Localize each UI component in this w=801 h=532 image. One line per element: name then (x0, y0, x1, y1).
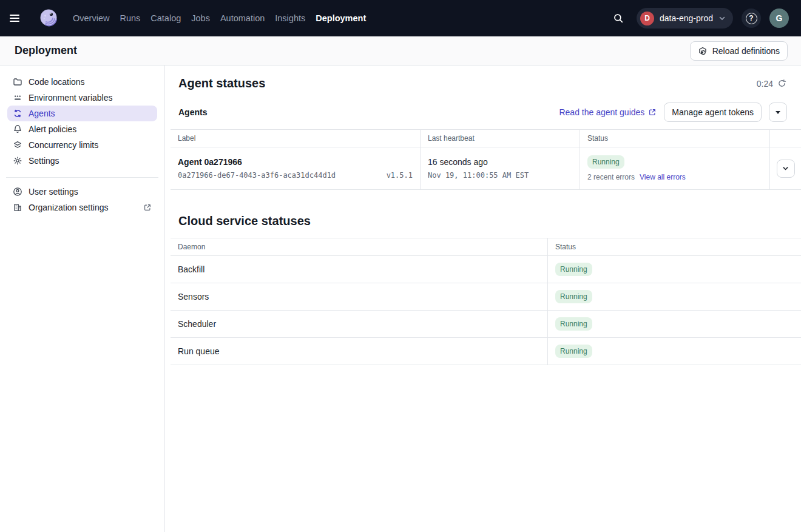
cloud-table-header: Daemon Status (171, 238, 801, 256)
nav-item-jobs[interactable]: Jobs (191, 13, 210, 23)
sidebar-item-concurrency-limits[interactable]: Concurrency limits (7, 137, 157, 153)
sidebar-item-code-locations[interactable]: Code locations (7, 74, 157, 90)
external-link-icon (143, 203, 152, 212)
hamburger-menu-icon[interactable] (10, 10, 27, 27)
external-link-icon (648, 108, 657, 116)
layers-icon (13, 140, 22, 150)
agent-version: v1.5.1 (387, 171, 413, 180)
deployment-scope-label: data-eng-prod (660, 13, 713, 23)
deployment-initial-badge: D (640, 12, 654, 25)
daemon-name: Run queue (178, 346, 220, 356)
sidebar-item-alert-policies[interactable]: Alert policies (7, 121, 157, 137)
agent-tokens-menu-button[interactable] (769, 103, 787, 122)
nav-item-insights[interactable]: Insights (275, 13, 305, 23)
col-header-status: Status (580, 130, 769, 147)
dagster-logo-icon[interactable] (38, 7, 59, 29)
caret-down-icon (776, 111, 780, 114)
col-header-last-heartbeat: Last heartbeat (420, 130, 580, 147)
agents-table: Label Last heartbeat Status Agent 0a2719… (171, 129, 801, 190)
daemon-row-run-queue: Run queue Running (171, 338, 801, 365)
sidebar-item-user-settings[interactable]: User settings (7, 184, 157, 200)
daemon-name: Scheduler (178, 319, 216, 329)
manage-agent-tokens-button[interactable]: Manage agent tokens (664, 103, 762, 122)
nav-item-deployment[interactable]: Deployment (316, 13, 366, 23)
sidebar-divider (6, 177, 158, 178)
cloud-service-statuses-title: Cloud service statuses (178, 214, 801, 228)
daemon-row-sensors: Sensors Running (171, 283, 801, 311)
agents-table-header: Label Last heartbeat Status (171, 129, 801, 147)
help-icon[interactable]: ? (742, 8, 761, 28)
user-icon (13, 187, 22, 197)
bell-icon (13, 124, 22, 134)
agent-row-expand-button[interactable] (777, 160, 795, 178)
sidebar-item-agents[interactable]: Agents (7, 106, 157, 121)
search-icon[interactable] (609, 8, 628, 28)
view-all-errors-link[interactable]: View all errors (640, 173, 686, 181)
gear-icon (13, 156, 22, 166)
refresh-icon[interactable] (777, 79, 786, 88)
nav-item-catalog[interactable]: Catalog (150, 13, 181, 23)
reload-definitions-button[interactable]: Reload definitions (690, 41, 788, 61)
nav-item-runs[interactable]: Runs (120, 13, 140, 23)
col-header-empty (769, 130, 801, 147)
daemon-row-backfill: Backfill Running (171, 256, 801, 283)
folder-icon (13, 77, 22, 87)
daemon-status-badge: Running (555, 317, 592, 331)
heartbeat-timestamp: Nov 19, 11:00:55 AM EST (428, 171, 572, 180)
recent-errors-count: 2 recent errors (587, 173, 635, 181)
agent-row: Agent 0a271966 0a271966-de67-4043-a3f6-a… (171, 147, 801, 190)
user-avatar[interactable]: G (769, 8, 789, 28)
nav-item-automation[interactable]: Automation (220, 13, 265, 23)
heartbeat-relative: 16 seconds ago (428, 157, 572, 167)
top-nav: Overview Runs Catalog Jobs Automation In… (0, 0, 801, 36)
agent-statuses-title: Agent statuses (178, 76, 265, 90)
col-header-label: Label (171, 130, 420, 147)
main-content: Agent statuses 0:24 Agents Read the agen… (165, 66, 801, 532)
sidebar-item-organization-settings[interactable]: Organization settings (7, 200, 157, 215)
agent-uuid: 0a271966-de67-4043-a3f6-aca31dc44d1d (178, 171, 336, 180)
page-header: Deployment Reload definitions (0, 36, 801, 66)
deployment-scope-switcher[interactable]: D data-eng-prod (637, 8, 733, 29)
env-vars-icon (13, 93, 22, 103)
sidebar-item-settings[interactable]: Settings (7, 153, 157, 169)
reload-icon (698, 46, 708, 56)
countdown-value: 0:24 (757, 79, 773, 89)
chevron-down-icon (782, 165, 789, 172)
col-header-status: Status (547, 238, 801, 255)
sidebar-item-environment-variables[interactable]: Environment variables (7, 90, 157, 106)
agent-name: Agent 0a271966 (178, 157, 413, 167)
daemon-name: Backfill (178, 264, 204, 274)
nav-item-overview[interactable]: Overview (73, 13, 109, 23)
chevron-down-icon (718, 15, 726, 22)
agent-guides-link[interactable]: Read the agent guides (559, 107, 657, 117)
col-header-daemon: Daemon (171, 238, 547, 255)
page-title: Deployment (15, 44, 77, 57)
agents-section-label: Agents (178, 107, 207, 117)
daemon-name: Sensors (178, 292, 209, 301)
building-icon (13, 203, 22, 212)
daemon-status-badge: Running (555, 345, 592, 358)
daemon-row-scheduler: Scheduler Running (171, 311, 801, 338)
daemon-status-badge: Running (555, 290, 592, 303)
deployment-sidebar: Code locations Environment variables Age… (0, 66, 165, 532)
refresh-countdown: 0:24 (757, 79, 786, 89)
primary-nav: Overview Runs Catalog Jobs Automation In… (73, 13, 366, 23)
cloud-services-table: Daemon Status Backfill Running Sensors R… (171, 238, 801, 365)
daemon-status-badge: Running (555, 263, 592, 276)
agent-status-badge: Running (587, 155, 624, 169)
agent-sync-icon (13, 109, 22, 118)
